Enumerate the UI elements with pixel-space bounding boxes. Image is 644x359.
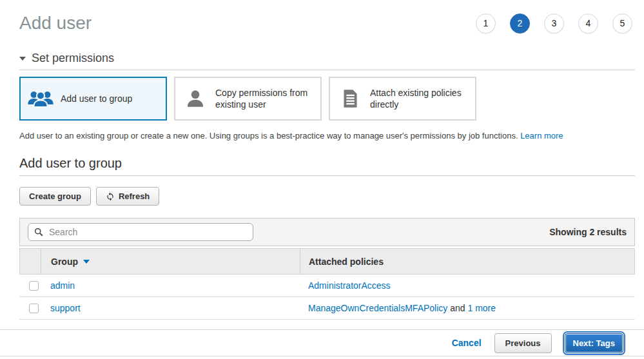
create-group-label: Create group	[29, 191, 81, 201]
page-title: Add user	[19, 13, 92, 34]
divider	[19, 175, 635, 176]
header-group-column[interactable]: Group	[41, 249, 300, 274]
document-icon	[330, 89, 370, 108]
table-row-support: support ManageOwnCredentialsMFAPolicy an…	[19, 297, 635, 320]
row-checkbox[interactable]	[29, 304, 39, 313]
group-cell: support	[50, 303, 300, 313]
permissions-description: Add user to an existing group or create …	[19, 131, 635, 141]
table-row-admin: admin AdministratorAccess	[19, 275, 635, 297]
group-cell: admin	[50, 280, 300, 291]
wizard-content: Add user 1 2 3 4 5 Set permissions	[0, 0, 644, 320]
group-column-label: Group	[51, 257, 78, 267]
set-permissions-header[interactable]: Set permissions	[19, 52, 635, 65]
policy-more-link[interactable]: 1 more	[467, 303, 496, 313]
refresh-icon	[106, 192, 115, 201]
row-checkbox-cell	[19, 304, 50, 313]
group-section-title: Add user to group	[19, 156, 635, 171]
search-box[interactable]	[28, 223, 253, 241]
search-input[interactable]	[48, 226, 247, 238]
groups-table: Showing 2 results Group Attached policie…	[19, 218, 635, 320]
step-1[interactable]: 1	[476, 14, 496, 34]
step-5[interactable]: 5	[612, 14, 632, 34]
user-icon	[175, 89, 215, 108]
wizard-footer: Cancel Previous Next: Tags	[0, 329, 644, 356]
policies-column-label: Attached policies	[309, 257, 384, 267]
option-label: Copy permissions from existing user	[215, 87, 320, 110]
next-tags-button[interactable]: Next: Tags	[565, 333, 624, 353]
permission-option-cards: Add user to group Copy permissions from …	[19, 77, 635, 121]
option-label: Attach existing policies directly	[370, 87, 475, 110]
sort-descending-icon	[83, 260, 90, 264]
row-checkbox-cell	[19, 281, 50, 291]
wizard-step-indicator: 1 2 3 4 5	[476, 14, 632, 34]
set-permissions-label: Set permissions	[32, 52, 114, 65]
row-checkbox[interactable]	[29, 281, 39, 291]
option-copy-permissions[interactable]: Copy permissions from existing user	[174, 77, 322, 121]
policy-extra-text: and	[447, 303, 467, 313]
page-header: Add user 1 2 3 4 5	[19, 0, 635, 34]
description-text: Add user to an existing group or create …	[19, 131, 520, 141]
learn-more-link[interactable]: Learn more	[520, 131, 563, 141]
group-toolbar: Create group Refresh	[19, 187, 635, 206]
policy-link[interactable]: AdministratorAccess	[308, 280, 391, 291]
search-icon	[34, 228, 43, 237]
user-group-icon	[21, 90, 61, 108]
option-attach-policies[interactable]: Attach existing policies directly	[329, 77, 476, 121]
policies-cell: ManageOwnCredentialsMFAPolicy and 1 more	[300, 303, 635, 313]
collapse-triangle-icon	[19, 57, 26, 61]
option-add-user-to-group[interactable]: Add user to group	[19, 77, 167, 121]
group-name-link[interactable]: admin	[50, 280, 75, 291]
step-3[interactable]: 3	[544, 14, 564, 34]
header-checkbox-column	[20, 249, 41, 274]
refresh-button[interactable]: Refresh	[96, 187, 159, 206]
table-search-row: Showing 2 results	[19, 218, 635, 246]
divider	[19, 70, 635, 70]
policies-cell: AdministratorAccess	[300, 280, 635, 291]
group-name-link[interactable]: support	[50, 303, 81, 313]
results-count: Showing 2 results	[549, 227, 627, 237]
create-group-button[interactable]: Create group	[19, 187, 91, 206]
table-header-row: Group Attached policies	[19, 248, 635, 275]
step-2-active[interactable]: 2	[510, 14, 530, 34]
policy-link[interactable]: ManageOwnCredentialsMFAPolicy	[308, 303, 447, 313]
step-4[interactable]: 4	[578, 14, 598, 34]
cancel-button[interactable]: Cancel	[452, 338, 482, 348]
refresh-label: Refresh	[119, 191, 150, 201]
previous-button[interactable]: Previous	[494, 333, 552, 353]
option-label: Add user to group	[61, 93, 137, 104]
header-policies-column: Attached policies	[300, 249, 634, 274]
